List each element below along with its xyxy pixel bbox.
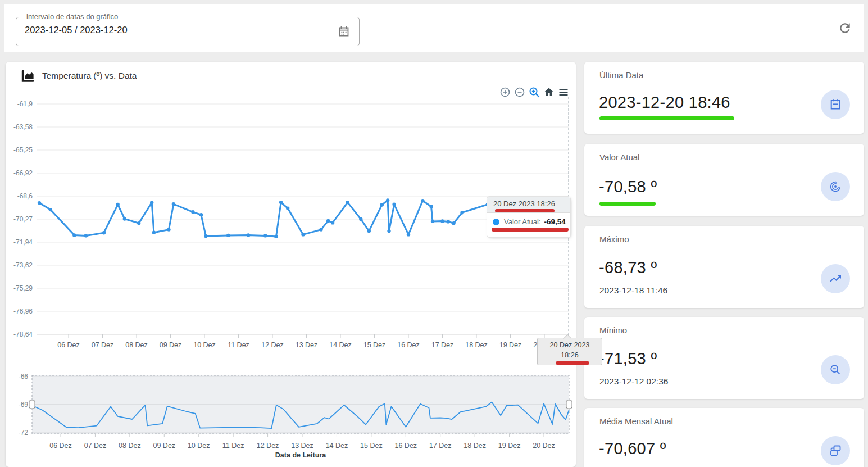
svg-text:20 Dez: 20 Dez [533,442,555,450]
svg-text:-70,27: -70,27 [13,215,33,223]
zoom-in-icon[interactable] [499,87,511,98]
card-label: Última Data [599,70,643,80]
sensor-action-button[interactable] [821,172,850,201]
card-value: -70,58 º [599,178,657,196]
card-value: -70,607 º [599,439,666,458]
svg-text:07 Dez: 07 Dez [92,341,114,349]
svg-text:-63,58: -63,58 [13,123,33,131]
calendar-action-button[interactable] [821,90,850,119]
card-label: Valor Atual [599,152,639,162]
date-range-value: 2023-12-05 / 2023-12-20 [25,25,128,35]
selection-zoom-icon[interactable] [529,87,540,98]
svg-text:16 Dez: 16 Dez [397,341,420,349]
red-annotation-bar [495,209,555,212]
card-valor-atual: Valor Atual -70,58 º [584,144,864,216]
svg-text:19 Dez: 19 Dez [499,341,522,349]
chart-tooltip: 20 Dez 2023 18:26 Valor Atual: -69,54 [487,196,571,238]
svg-text:-65,25: -65,25 [13,146,33,154]
xaxis-tooltip: 20 Dez 2023 18:26 [537,338,602,365]
svg-text:-75,29: -75,29 [13,284,33,292]
dashboard-screen: intervalo de datas do gráfico 2023-12-05… [0,0,868,467]
svg-text:-73,62: -73,62 [13,261,33,269]
green-underline [599,202,656,206]
tooltip-value: -69,54 [544,217,566,226]
svg-text:12 Dez: 12 Dez [261,341,284,349]
svg-text:19 Dez: 19 Dez [498,442,521,450]
svg-text:-78,64: -78,64 [13,330,33,338]
refresh-icon [838,21,852,35]
svg-text:06 Dez: 06 Dez [57,341,80,349]
xaxis-tooltip-date: 20 Dez 2023 [538,341,602,349]
tooltip-row: Valor Atual: -69,54 [493,217,566,226]
svg-text:10 Dez: 10 Dez [188,442,210,450]
svg-text:18 Dez: 18 Dez [463,442,486,450]
svg-text:-66,92: -66,92 [13,169,33,177]
refresh-button[interactable] [838,21,852,35]
svg-text:Data de Leitura: Data de Leitura [275,451,326,459]
temperature-chart-canvas[interactable]: -61,9-63,58-65,25-66,92-68,6-70,27-71,94… [6,62,576,467]
date-range-field[interactable]: intervalo de datas do gráfico 2023-12-05… [16,17,360,46]
svg-text:11 Dez: 11 Dez [222,442,244,450]
svg-text:07 Dez: 07 Dez [84,442,107,450]
card-media-mensal: Média Mensal Atual -70,607 º [584,408,864,467]
svg-text:12 Dez: 12 Dez [257,442,279,450]
temperature-chart-card: Temperatura (º) vs. Data -61,9-63,58-65,… [6,62,576,467]
svg-text:-71,94: -71,94 [13,238,33,246]
copies-action-button[interactable] [821,436,850,465]
svg-text:14 Dez: 14 Dez [329,341,352,349]
svg-text:10 Dez: 10 Dez [193,341,216,349]
tooltip-series-label: Valor Atual: [504,217,541,226]
card-label: Mínimo [599,325,627,335]
svg-text:-66: -66 [19,373,29,380]
svg-text:17 Dez: 17 Dez [429,442,452,450]
card-label: Média Mensal Atual [599,416,673,426]
zoom-out-icon [829,363,842,377]
calendar-icon [829,98,842,111]
card-subtitle: 2023-12-18 11:46 [599,285,667,296]
calendar-icon[interactable] [337,25,351,38]
stacked-copies-icon [829,444,842,457]
card-minimo: Mínimo -71,53 º 2023-12-12 02:36 [584,317,864,399]
sensors-icon [829,180,842,193]
card-ultima-data: Última Data 2023-12-20 18:46 [584,62,864,134]
svg-text:06 Dez: 06 Dez [49,442,72,450]
svg-text:14 Dez: 14 Dez [326,442,348,450]
trending-action-button[interactable] [821,264,850,293]
svg-text:-76,96: -76,96 [13,307,33,315]
svg-text:13 Dez: 13 Dez [291,442,313,450]
svg-text:15 Dez: 15 Dez [360,442,383,450]
brush-handle-right[interactable] [566,400,572,409]
svg-text:17 Dez: 17 Dez [431,341,454,349]
card-subtitle: 2023-12-12 02:36 [599,377,668,387]
zoom-action-button[interactable] [821,355,850,384]
red-annotation-bar [556,361,589,365]
home-icon[interactable] [543,87,555,98]
svg-text:13 Dez: 13 Dez [296,341,318,349]
svg-text:15 Dez: 15 Dez [363,341,386,349]
menu-icon[interactable] [558,87,569,98]
card-value: 2023-12-20 18:46 [599,93,730,112]
red-annotation-bar [492,228,569,232]
xaxis-tooltip-time: 18:26 [538,351,602,359]
svg-text:08 Dez: 08 Dez [119,442,141,450]
card-maximo: Máximo -68,73 º 2023-12-18 11:46 [584,226,864,308]
svg-text:11 Dez: 11 Dez [228,341,249,349]
date-range-label: intervalo de datas do gráfico [23,12,121,21]
svg-text:09 Dez: 09 Dez [153,442,175,450]
svg-text:-68,6: -68,6 [17,192,33,200]
series-marker-dot [493,219,499,225]
top-toolbar: intervalo de datas do gráfico 2023-12-05… [4,4,864,52]
svg-text:08 Dez: 08 Dez [125,341,148,349]
trending-up-icon [829,272,842,285]
brush-handle-left[interactable] [29,400,35,409]
chart-toolbar [499,87,569,98]
card-value: -71,53 º [599,350,657,368]
card-value: -68,73 º [599,259,657,277]
svg-text:09 Dez: 09 Dez [160,341,182,349]
svg-text:-61,9: -61,9 [17,100,33,108]
green-underline [599,116,734,120]
svg-text:-72: -72 [19,429,29,437]
zoom-out-icon[interactable] [514,87,525,98]
svg-text:16 Dez: 16 Dez [394,442,417,450]
svg-text:18 Dez: 18 Dez [465,341,488,349]
